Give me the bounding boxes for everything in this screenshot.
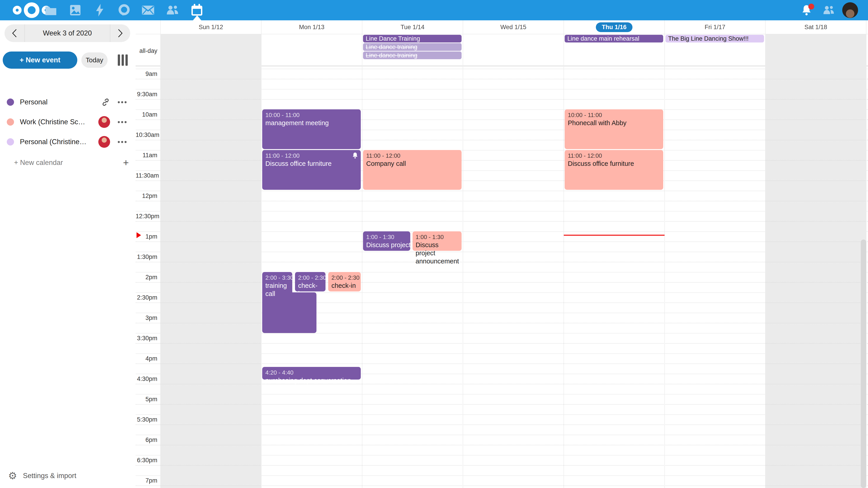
calendar-owner-avatar: [98, 116, 110, 128]
hour-line: [135, 394, 868, 394]
all-day-event[interactable]: Line dance main rehearsal: [565, 35, 663, 42]
activity-icon[interactable]: [88, 0, 111, 20]
hour-line: [135, 69, 868, 69]
settings-import-button[interactable]: ⚙ Settings & import: [7, 469, 78, 482]
active-app-pointer: [193, 15, 202, 21]
day-header-sun: Sun 1/12: [160, 20, 261, 34]
time-label: 11am: [135, 152, 157, 159]
all-day-event[interactable]: The Big Line Dancing Show!!!: [665, 35, 764, 42]
contacts-icon[interactable]: [161, 0, 184, 20]
time-label: 5:30pm: [135, 416, 157, 423]
hour-line: [135, 435, 868, 435]
quarter-hour-line: [135, 140, 868, 140]
hour-line: [135, 211, 868, 212]
share-link-icon[interactable]: [101, 98, 110, 107]
event-card[interactable]: 2:00 - 2:30check-in: [295, 272, 326, 291]
hour-line: [135, 475, 868, 476]
time-label: 1:30pm: [135, 254, 157, 260]
time-label: 6:30pm: [135, 457, 157, 464]
new-event-button[interactable]: + New event: [3, 52, 77, 69]
all-day-label: all-day: [135, 47, 157, 55]
all-day-event[interactable]: Line dance training: [363, 52, 462, 59]
quarter-hour-line: [135, 424, 868, 425]
hour-line: [135, 374, 868, 374]
calendar-color-dot: [7, 138, 14, 145]
calendar-list-item-personal[interactable]: Personal: [0, 93, 135, 111]
quarter-hour-line: [135, 262, 868, 262]
user-avatar[interactable]: [842, 2, 858, 18]
calendar-list-item-work-christine[interactable]: Work (Christine Schott): [0, 113, 135, 131]
event-card[interactable]: 11:00 - 12:00Discuss office furniture: [565, 150, 663, 190]
event-card[interactable]: 11:00 - 12:00Discuss office furniture: [262, 150, 361, 190]
next-week-button[interactable]: [110, 24, 130, 42]
plus-icon: +: [123, 157, 129, 168]
time-label: 10am: [135, 111, 157, 118]
notifications-bell-icon[interactable]: [795, 0, 818, 20]
hour-line: [135, 272, 868, 272]
quarter-hour-line: [135, 486, 868, 486]
calendar-list-item-personal-christine[interactable]: Personal (Christine Schott): [0, 133, 135, 151]
hour-line: [135, 231, 868, 232]
hour-line: [135, 130, 868, 130]
previous-week-button[interactable]: [4, 24, 24, 42]
calendar-name: Personal (Christine Schott): [20, 138, 88, 146]
event-card[interactable]: 1:00 - 1:30Discuss project announcement: [412, 231, 462, 251]
time-label: 3pm: [135, 315, 157, 322]
quarter-hour-line: [135, 445, 868, 445]
calendar-color-dot: [7, 98, 14, 106]
event-card[interactable]: 4:20 - 4:40purchasing dept conversation: [262, 367, 361, 380]
event-card[interactable]: 2:00 - 3:30training call: [262, 272, 292, 332]
day-header-fri: Fri 1/17: [664, 20, 765, 34]
event-card[interactable]: 10:00 - 11:00management meeting: [262, 109, 361, 149]
time-label: 4pm: [135, 355, 157, 362]
time-label: 12pm: [135, 193, 157, 199]
reminder-bell-icon: [352, 152, 358, 160]
time-label: 2:30pm: [135, 294, 157, 301]
hour-line: [135, 170, 868, 171]
event-card[interactable]: 11:00 - 12:00Company call: [363, 150, 462, 190]
photos-icon[interactable]: [64, 0, 87, 20]
new-calendar-button[interactable]: + New calendar +: [13, 156, 130, 169]
view-switcher-button[interactable]: [116, 54, 129, 66]
time-label: 10:30am: [135, 131, 157, 138]
column-separator: [160, 20, 161, 488]
time-label: 11:30am: [135, 172, 157, 179]
quarter-hour-line: [135, 120, 868, 120]
column-separator: [563, 20, 564, 488]
calendar-menu-button[interactable]: [118, 101, 127, 103]
quarter-hour-line: [135, 302, 868, 303]
quarter-hour-line: [135, 343, 868, 344]
all-day-event[interactable]: Line Dance Training: [363, 35, 462, 42]
files-icon[interactable]: [39, 0, 62, 20]
mail-icon[interactable]: [137, 0, 159, 20]
event-card[interactable]: 1:00 - 1:30Discuss project announcement: [363, 231, 410, 251]
calendar-menu-button[interactable]: [118, 121, 127, 123]
quarter-hour-line: [135, 404, 868, 404]
all-day-event[interactable]: Line dance training: [363, 43, 462, 51]
calendar-week-view: Sun 1/12Mon 1/13Tue 1/14Wed 1/15Thu 1/16…: [135, 20, 868, 488]
current-time-arrow: [136, 232, 141, 238]
day-header-sat: Sat 1/18: [765, 20, 866, 34]
quarter-hour-line: [135, 221, 868, 222]
contacts-menu-icon[interactable]: [817, 0, 840, 20]
time-label: 7pm: [135, 477, 157, 484]
calendar-menu-button[interactable]: [118, 141, 127, 143]
calendar-owner-avatar: [98, 136, 110, 148]
quarter-hour-line: [135, 465, 868, 466]
column-separator: [463, 20, 463, 488]
week-label[interactable]: Week 3 of 2020: [24, 24, 110, 42]
hour-line: [135, 89, 868, 90]
event-card[interactable]: 2:00 - 2:30check-in: [328, 272, 361, 291]
vertical-scrollbar[interactable]: [861, 239, 866, 488]
hour-line: [135, 292, 868, 293]
current-time-line: [564, 235, 664, 236]
day-header-mon: Mon 1/13: [261, 20, 362, 34]
quarter-hour-line: [135, 181, 868, 181]
column-separator: [765, 20, 766, 488]
today-button[interactable]: Today: [81, 53, 107, 68]
time-label: 6pm: [135, 436, 157, 444]
quarter-hour-line: [135, 99, 868, 100]
day-header-thu[interactable]: Thu 1/16: [564, 20, 664, 34]
talk-icon[interactable]: [113, 0, 135, 20]
event-card[interactable]: 10:00 - 11:00Phonecall with Abby: [565, 109, 663, 149]
